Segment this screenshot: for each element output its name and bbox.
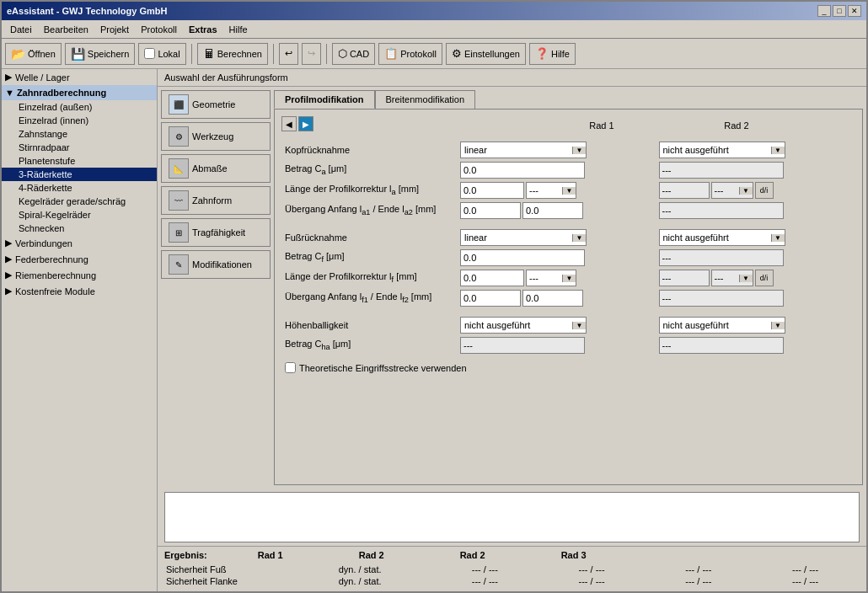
uebergang-la-rad2-input[interactable]	[659, 202, 784, 219]
sidebar-header-welle[interactable]: ▶ Welle / Lager	[2, 69, 157, 85]
geometrie-button[interactable]: ⬛ Geometrie	[161, 90, 271, 119]
sidebar-label-verbindungen: Verbindungen	[15, 238, 72, 248]
eingriffsstrecke-checkbox[interactable]	[285, 362, 296, 373]
calculate-button[interactable]: 🖩 Berechnen	[197, 43, 268, 65]
sidebar-item-3-raederkette[interactable]: 3-Räderkette	[2, 168, 157, 181]
kopfruecknahme-label: Kopfrücknahme	[281, 140, 458, 160]
sidebar-items-zahnrad: Einzelrad (außen) Einzelrad (innen) Zahn…	[2, 100, 157, 235]
tab-profilmodifikation[interactable]: Profilmodifikation	[274, 90, 375, 109]
modifikationen-button[interactable]: ✎ Modifikationen	[161, 250, 271, 279]
sidebar-header-kostenfreie[interactable]: ▶ Kostenfreie Module	[2, 283, 157, 299]
kopfruecknahme-rad2-select[interactable]: nicht ausgeführt ▼	[659, 142, 785, 158]
di-button-a[interactable]: d/i	[755, 182, 774, 199]
open-button[interactable]: 📂 Öffnen	[5, 43, 62, 65]
sidebar-header-verbindungen[interactable]: ▶ Verbindungen	[2, 235, 157, 251]
sidebar-item-4-raederkette[interactable]: 4-Räderkette	[2, 181, 157, 195]
save-button[interactable]: 💾 Speichern	[65, 43, 136, 65]
eingriffsstrecke-label: Theoretische Eingriffsstrecke verwenden	[299, 363, 467, 373]
hoehenballigkeit-rad1-dropdown-btn[interactable]: ▼	[572, 322, 586, 329]
kopfruecknahme-rad1-select[interactable]: linear ▼	[460, 142, 587, 158]
expand-icon-feder: ▶	[5, 254, 12, 264]
werkzeug-button[interactable]: ⚙ Werkzeug	[161, 122, 271, 151]
row-laenge-lf: Länge der Profilkorrektur lf [mm] --- ▼	[281, 268, 855, 288]
uebergang-lf-rad1-input2[interactable]	[522, 290, 583, 307]
menu-hilfe[interactable]: Hilfe	[224, 23, 253, 36]
local-button[interactable]: Lokal	[138, 43, 185, 65]
laenge-la-rad2-input[interactable]	[659, 182, 710, 199]
laenge-lf-rad1-dropdown[interactable]: --- ▼	[526, 270, 576, 286]
laenge-la-rad1-dropdown[interactable]: --- ▼	[526, 182, 576, 199]
protokoll-button[interactable]: 📋 Protokoll	[378, 43, 442, 65]
protokoll-icon: 📋	[384, 47, 398, 60]
abmasse-button[interactable]: 📐 Abmaße	[161, 154, 271, 183]
sidebar-header-feder[interactable]: ▶ Federberechnung	[2, 251, 157, 267]
fussruecknahme-rad2-dropdown-btn[interactable]: ▼	[771, 234, 785, 242]
fussruecknahme-rad1-select[interactable]: linear ▼	[460, 229, 587, 246]
menu-projekt[interactable]: Projekt	[95, 23, 134, 36]
next-arrow-button[interactable]: ▶	[298, 116, 313, 131]
laenge-lf-rad1-dd-btn[interactable]: ▼	[562, 275, 576, 282]
menu-bearbeiten[interactable]: Bearbeiten	[39, 23, 94, 36]
betrag-ca-rad2-input[interactable]	[659, 162, 784, 179]
kopfruecknahme-rad2-value: nicht ausgeführt	[660, 144, 771, 156]
text-box-area[interactable]	[164, 492, 860, 542]
result-row-fuss: Sicherheit Fuß dyn. / stat. --- / --- --…	[166, 564, 858, 574]
betrag-cha-label: Betrag Cha [μm]	[281, 335, 458, 355]
flanke-rad1-val: --- / ---	[432, 576, 538, 586]
fuss-rad1-val: --- / ---	[432, 564, 538, 574]
betrag-ca-rad1-input[interactable]	[460, 162, 585, 179]
toolbar: 📂 Öffnen 💾 Speichern Lokal 🖩 Berechnen ↩…	[2, 39, 866, 69]
sidebar-item-einzelrad-innen[interactable]: Einzelrad (innen)	[2, 114, 157, 127]
sidebar-item-einzelrad-aussen[interactable]: Einzelrad (außen)	[2, 100, 157, 114]
undo-button[interactable]: ↩	[279, 43, 298, 65]
sidebar-item-kegelraeder[interactable]: Kegelräder gerade/schräg	[2, 195, 157, 208]
sidebar-item-zahnstange[interactable]: Zahnstange	[2, 127, 157, 141]
zahnform-button[interactable]: 〰 Zahnform	[161, 186, 271, 215]
fussruecknahme-rad2-select[interactable]: nicht ausgeführt ▼	[659, 229, 785, 246]
local-checkbox[interactable]	[144, 48, 155, 59]
redo-button[interactable]: ↪	[302, 43, 321, 65]
uebergang-lf-rad1-input1[interactable]	[460, 290, 521, 307]
uebergang-la-rad1-input2[interactable]	[522, 202, 583, 219]
laenge-la-rad1-dd-btn[interactable]: ▼	[562, 187, 576, 195]
uebergang-lf-rad2-input[interactable]	[659, 290, 784, 307]
sidebar-item-stirnradpaar[interactable]: Stirnradpaar	[2, 141, 157, 154]
menu-datei[interactable]: Datei	[5, 23, 37, 36]
sidebar-item-spiral-kegelraeder[interactable]: Spiral-Kegelräder	[2, 208, 157, 222]
sidebar-header-riemen[interactable]: ▶ Riemenberechnung	[2, 267, 157, 283]
cad-button[interactable]: ⬡ CAD	[332, 43, 375, 65]
uebergang-la-rad1-input1[interactable]	[460, 202, 521, 219]
betrag-cf-rad1-input[interactable]	[460, 249, 585, 266]
fussruecknahme-rad1-dropdown-btn[interactable]: ▼	[572, 234, 586, 242]
tragfahigkeit-button[interactable]: ⊞ Tragfähigkeit	[161, 218, 271, 247]
hoehenballigkeit-rad2-select[interactable]: nicht ausgeführt ▼	[659, 317, 785, 334]
prev-arrow-button[interactable]: ◀	[281, 116, 297, 131]
sidebar-header-zahnrad[interactable]: ▼ Zahnradberechnung	[2, 85, 157, 100]
menu-extras[interactable]: Extras	[184, 23, 222, 36]
laenge-la-rad1-input[interactable]	[460, 182, 524, 199]
tab-breitenmodifikation[interactable]: Breitenmodifikation	[375, 90, 476, 109]
betrag-cha-rad2-input[interactable]	[659, 337, 784, 354]
betrag-cha-rad1-input[interactable]	[460, 337, 585, 354]
help-button[interactable]: ❓ Hilfe	[529, 43, 576, 65]
laenge-lf-rad1-input[interactable]	[460, 270, 524, 286]
minimize-button[interactable]: _	[817, 5, 831, 17]
row-fussruecknahme: Fußrücknahme linear ▼ nicht ausg	[281, 227, 855, 248]
betrag-cf-rad2-input[interactable]	[659, 249, 784, 266]
close-button[interactable]: ✕	[848, 5, 861, 17]
results-table: Sicherheit Fuß dyn. / stat. --- / --- --…	[164, 563, 860, 588]
kopfruecknahme-rad2-dropdown-btn[interactable]: ▼	[771, 147, 785, 154]
modifikationen-icon: ✎	[169, 254, 189, 275]
laenge-lf-rad2-input[interactable]	[659, 270, 710, 286]
sidebar-item-planetenstufe[interactable]: Planetenstufe	[2, 154, 157, 168]
laenge-lf-label: Länge der Profilkorrektur lf [mm]	[281, 268, 458, 288]
hoehenballigkeit-rad2-dropdown-btn[interactable]: ▼	[771, 322, 785, 329]
menu-protokoll[interactable]: Protokoll	[136, 23, 182, 36]
help-label: Hilfe	[551, 49, 570, 59]
sidebar-item-schnecken[interactable]: Schnecken	[2, 222, 157, 235]
hoehenballigkeit-rad1-select[interactable]: nicht ausgeführt ▼	[460, 317, 587, 334]
kopfruecknahme-rad1-dropdown-btn[interactable]: ▼	[572, 147, 586, 154]
settings-button[interactable]: ⚙ Einstellungen	[446, 43, 526, 65]
maximize-button[interactable]: □	[833, 5, 846, 17]
di-button-f[interactable]: d/i	[755, 270, 774, 286]
